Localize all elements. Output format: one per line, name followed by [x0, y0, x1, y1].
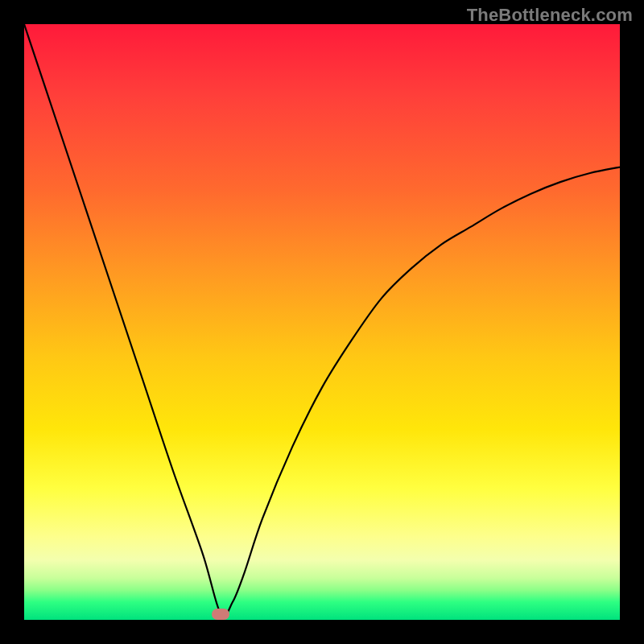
- watermark-label: TheBottleneck.com: [467, 5, 633, 26]
- bottleneck-curve: [24, 24, 620, 620]
- chart-frame: TheBottleneck.com: [0, 0, 644, 644]
- plot-area: [24, 24, 620, 620]
- optimal-point-marker: [212, 609, 229, 620]
